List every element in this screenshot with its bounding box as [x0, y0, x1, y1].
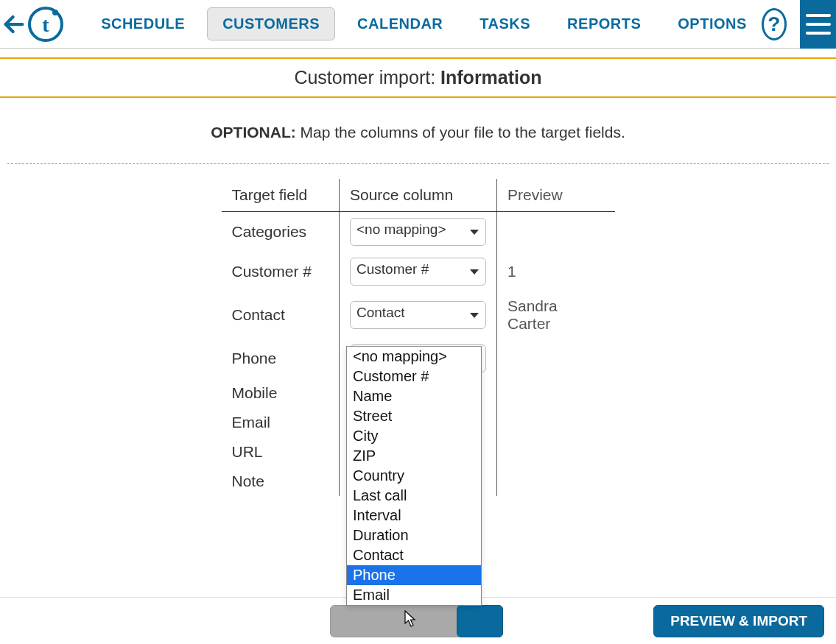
header-target: Target field	[222, 179, 340, 212]
instructions-label: OPTIONAL:	[211, 124, 296, 141]
dropdown-option[interactable]: Last call	[347, 486, 481, 506]
source-select[interactable]: <no mapping>	[350, 218, 486, 246]
svg-point-2	[52, 10, 58, 15]
page-title-prefix: Customer import:	[294, 67, 440, 88]
source-cell: <no mapping>	[340, 212, 497, 252]
help-button[interactable]: ?	[762, 8, 787, 40]
app-logo: t	[27, 6, 64, 43]
table-row: ContactContactSandra Carter	[222, 291, 615, 339]
preview-value	[497, 408, 615, 437]
target-field-label: Customer #	[222, 252, 340, 291]
divider	[7, 163, 829, 164]
nav-customers[interactable]: CUSTOMERS	[207, 7, 335, 40]
dropdown-option[interactable]: Phone	[347, 565, 481, 585]
table-row: Categories<no mapping>	[222, 212, 615, 252]
preview-value	[497, 212, 615, 252]
target-field-label: Mobile	[222, 378, 340, 408]
target-field-label: URL	[222, 437, 340, 467]
hamburger-icon	[806, 14, 831, 17]
preview-value	[497, 378, 615, 408]
header-source: Source column	[340, 179, 497, 212]
dropdown-option[interactable]: City	[347, 426, 481, 446]
nav-schedule[interactable]: SCHEDULE	[86, 8, 200, 40]
arrow-left-icon	[1, 12, 27, 37]
dropdown-option[interactable]: Name	[347, 386, 481, 406]
back-button[interactable]	[0, 12, 27, 37]
nav-calendar[interactable]: CALENDAR	[343, 8, 457, 40]
page-title-bar: Customer import: Information	[0, 57, 836, 98]
source-dropdown-open[interactable]: <no mapping>Customer #NameStreetCityZIPC…	[346, 346, 482, 606]
preview-import-button[interactable]: PREVIEW & IMPORT	[653, 605, 824, 637]
instructions-text: Map the columns of your file to the targ…	[296, 124, 625, 141]
instructions: OPTIONAL: Map the columns of your file t…	[7, 124, 829, 141]
svg-text:t: t	[42, 13, 49, 36]
target-field-label: Note	[222, 467, 340, 496]
target-field-label: Categories	[222, 212, 340, 252]
target-field-label: Email	[222, 408, 340, 437]
nav-tasks[interactable]: TASKS	[465, 8, 545, 40]
nav-reports[interactable]: REPORTS	[552, 8, 656, 40]
target-field-label: Phone	[222, 339, 340, 378]
preview-value: 1	[497, 252, 615, 291]
source-select[interactable]: Contact	[350, 301, 486, 329]
preview-value	[497, 339, 615, 378]
menu-button[interactable]	[800, 0, 836, 49]
nav-options[interactable]: OPTIONS	[663, 8, 762, 40]
source-cell: Contact	[340, 291, 497, 339]
dropdown-option[interactable]: Duration	[347, 526, 481, 545]
source-cell: Customer #	[340, 252, 497, 291]
dropdown-option[interactable]: Contact	[347, 545, 481, 565]
top-nav: t SCHEDULE CUSTOMERS CALENDAR TASKS REPO…	[0, 0, 836, 49]
dropdown-option[interactable]: Customer #	[347, 367, 481, 386]
dropdown-option[interactable]: Email	[347, 585, 481, 605]
preview-value: Sandra Carter	[497, 291, 615, 339]
preview-value	[497, 467, 615, 496]
table-row: Customer #Customer #1	[222, 252, 615, 291]
footer-button-mid[interactable]	[457, 605, 503, 637]
dropdown-option[interactable]: Interval	[347, 506, 481, 526]
logo-icon: t	[27, 6, 64, 43]
source-select[interactable]: Customer #	[350, 258, 486, 286]
page-title: Information	[440, 67, 542, 88]
dropdown-option[interactable]: Country	[347, 466, 481, 486]
help-icon: ?	[767, 13, 780, 36]
dropdown-option[interactable]: <no mapping>	[347, 347, 481, 367]
preview-value	[497, 437, 615, 467]
dropdown-option[interactable]: ZIP	[347, 446, 481, 466]
target-field-label: Contact	[222, 291, 340, 339]
dropdown-option[interactable]: Street	[347, 406, 481, 426]
header-preview: Preview	[497, 179, 615, 212]
nav-items: SCHEDULE CUSTOMERS CALENDAR TASKS REPORT…	[86, 7, 762, 40]
